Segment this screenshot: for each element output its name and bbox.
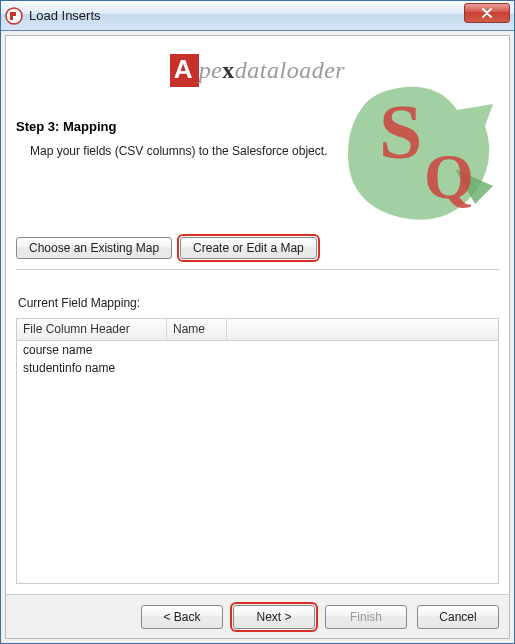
window-title: Load Inserts xyxy=(29,8,464,23)
body-section: Choose an Existing Map Create or Edit a … xyxy=(6,225,509,594)
cell-file-header: studentinfo name xyxy=(17,359,167,377)
big-sq-icon: S Q xyxy=(339,68,499,224)
dialog-window: Load Inserts Apexdataloader Step 3: Mapp… xyxy=(0,0,515,644)
choose-existing-map-button[interactable]: Choose an Existing Map xyxy=(16,237,172,259)
close-button[interactable] xyxy=(464,3,510,23)
mapping-label: Current Field Mapping: xyxy=(18,296,499,310)
header-section: Apexdataloader Step 3: Mapping Map your … xyxy=(6,36,509,224)
table-header: File Column Header Name xyxy=(17,319,498,341)
close-icon xyxy=(481,8,493,18)
body-separator xyxy=(16,269,499,270)
table-row[interactable]: studentinfo name xyxy=(17,359,498,377)
content-area: Apexdataloader Step 3: Mapping Map your … xyxy=(5,35,510,639)
table-row[interactable]: course name xyxy=(17,341,498,359)
wizard-footer: < Back Next > Finish Cancel xyxy=(6,594,509,638)
back-button[interactable]: < Back xyxy=(141,605,223,629)
svg-text:Q: Q xyxy=(424,141,474,212)
column-header-name[interactable]: Name xyxy=(167,319,227,340)
next-button[interactable]: Next > xyxy=(233,605,315,629)
finish-button[interactable]: Finish xyxy=(325,605,407,629)
cell-name xyxy=(167,359,227,377)
cell-file-header: course name xyxy=(17,341,167,359)
create-edit-map-button[interactable]: Create or Edit a Map xyxy=(180,237,317,259)
cell-name xyxy=(167,341,227,359)
app-icon xyxy=(5,7,23,25)
map-buttons-row: Choose an Existing Map Create or Edit a … xyxy=(16,237,499,259)
titlebar: Load Inserts xyxy=(1,1,514,31)
logo-a-badge: A xyxy=(170,54,199,87)
table-body: course name studentinfo name xyxy=(17,341,498,583)
mapping-table: File Column Header Name course name stud… xyxy=(16,318,499,584)
svg-text:S: S xyxy=(379,88,422,175)
cancel-button[interactable]: Cancel xyxy=(417,605,499,629)
column-header-file[interactable]: File Column Header xyxy=(17,319,167,340)
